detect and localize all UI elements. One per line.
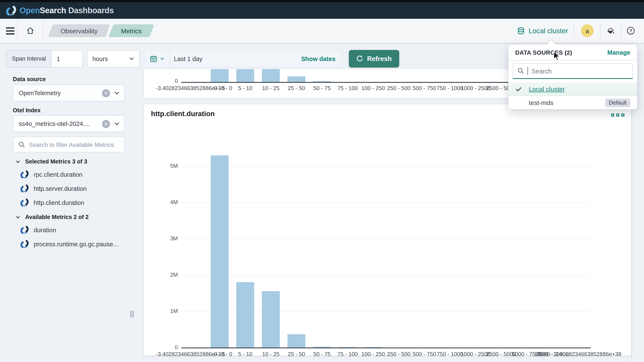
bar [288,76,305,82]
x-tick-label: 100 - 250 [362,85,385,91]
y-axis-zero-label: 0 [144,78,178,84]
x-tick-label: 100 - 250 [362,351,385,357]
divider [574,23,574,39]
bar [211,69,228,82]
span-interval-group: Span Interval 1 [6,50,82,68]
x-tick-label: 75 - 100 [337,351,358,357]
database-icon [517,27,525,35]
breadcrumb-metrics[interactable]: Metrics [111,24,152,37]
refresh-button[interactable]: Refresh [349,50,399,68]
time-range-value[interactable]: Last 1 day [170,55,202,62]
breadcrumb-observability[interactable]: Observability [50,24,108,37]
x-tick-label: 10 - 25 [262,351,280,357]
chevron-down-icon [15,214,20,220]
otel-index-combobox[interactable]: ss4o_metrics-otel-2024.... ✕ [13,115,124,132]
data-source-option-test-mds[interactable]: test-mds Default [508,96,637,109]
home-button[interactable] [24,24,37,38]
user-avatar[interactable]: a [581,24,594,37]
app-window: OpenSearchDashboards Observability Metri… [0,0,644,362]
calendar-icon [150,55,157,63]
metric-item[interactable]: rpc.client.duration [20,170,82,179]
date-picker[interactable]: Last 1 day Show dates [144,50,342,68]
popup-search-input[interactable]: Search [513,63,633,79]
metric-item[interactable]: http.server.duration [20,184,86,193]
opensearch-metric-icon [20,239,29,248]
y-tick-label: 1M [144,308,178,314]
sidebar-resize-handle[interactable] [130,311,134,318]
metrics-search-input[interactable]: Search to filter Available Metrics [13,137,124,152]
x-tick-label: 25 - 50 [288,351,305,357]
x-tick-label: 250 - 500 [387,85,410,91]
search-icon [18,141,25,148]
divider [43,19,44,43]
span-interval-input[interactable]: 1 [52,50,82,67]
bar [236,69,254,82]
metric-item[interactable]: duration [20,225,56,234]
opensearch-metric-icon [20,170,29,179]
available-metrics-header[interactable]: Available Metrics 2 of 2 [15,214,89,220]
show-dates-button[interactable]: Show dates [301,55,342,62]
clear-icon[interactable]: ✕ [102,120,110,128]
data-source-combobox[interactable]: OpenTelemetry ✕ [13,85,124,102]
refresh-icon [356,55,363,62]
y-tick-label: 5M [144,163,178,169]
opensearch-metric-icon [20,184,29,193]
top-navigation-bar: OpenSearchDashboards [0,0,644,19]
x-tick-label: 750 - 1000 [437,351,463,357]
x-tick-label: 750 - 1000 [437,85,463,91]
calendar-menu-button[interactable] [144,50,170,67]
bar [288,334,305,347]
x-tick-label: 0 - 5 [214,351,225,357]
chevron-down-icon [160,56,164,61]
x-tick-label: 75 - 100 [337,85,358,91]
theme-button[interactable] [600,26,620,35]
paint-bucket-icon [606,26,615,35]
menu-button[interactable] [4,24,17,38]
chevron-down-icon [128,56,134,62]
metric-item[interactable]: process.runtime.go.gc.pause… [20,239,119,248]
divider [17,19,18,43]
y-tick-label: 0 [144,344,178,350]
bar [313,81,331,82]
x-tick-label: 1000 - 2500 [461,351,490,357]
cluster-label: Local cluster [529,27,568,35]
help-icon: ? [626,27,635,35]
popup-header: DATA SOURCES (2) Manage [508,44,637,61]
data-source-selector-button[interactable]: Local cluster [511,27,574,35]
x-tick-label: 500 - 750 [413,351,436,357]
x-tick-label: 0 - 5 [214,85,225,91]
span-interval-label: Span Interval [7,50,52,67]
popup-search-placeholder: Search [532,67,552,75]
x-tick-label: 25 - 50 [288,85,305,91]
time-controls: Span Interval 1 hours Last 1 day Show da… [6,50,399,68]
header-actions: Local cluster a ? [511,19,644,43]
panel-menu-button[interactable] [611,114,624,117]
home-icon [26,26,35,36]
metric-item[interactable]: http.client.duration [20,198,84,207]
bar [313,347,331,347]
y-tick-label: 2M [144,271,178,278]
x-tick-label: 5 - 10 [238,85,252,91]
chart-panel-http-client-duration: http.client.duration 01M2M3M4M5M -3.4028… [143,104,632,356]
bar [262,291,280,348]
x-tick-label: 10 - 25 [262,85,280,91]
y-tick-label: 4M [144,199,178,205]
opensearch-metric-icon [20,225,29,234]
check-icon [515,86,522,92]
clear-icon[interactable]: ✕ [102,89,110,97]
bar [236,282,254,347]
bar [262,69,280,82]
span-unit-select[interactable]: hours [87,50,140,68]
popup-title: DATA SOURCES (2) [515,49,572,56]
selected-metrics-header[interactable]: Selected Metrics 3 of 3 [15,158,87,165]
data-source-option-local-cluster[interactable]: Local cluster [508,82,637,96]
metrics-sidebar: Data source OpenTelemetry ✕ Otel Index s… [0,68,137,362]
x-tick-label: 10000 - 3.4028234663852886e+38 [534,351,621,357]
x-tick-label: 5 - 10 [238,351,252,357]
default-badge: Default [605,98,630,107]
help-button[interactable]: ? [621,27,640,35]
y-tick-label: 3M [144,235,178,242]
data-source-popup: DATA SOURCES (2) Manage Search Local clu… [508,44,637,109]
manage-link[interactable]: Manage [607,49,630,56]
x-tick-label: 50 - 75 [314,85,331,91]
